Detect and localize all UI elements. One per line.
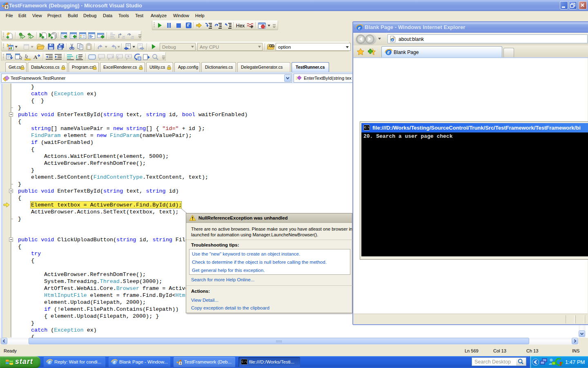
svg-text:C:\: C:\ bbox=[242, 360, 247, 364]
svg-text:e: e bbox=[113, 359, 115, 364]
svg-text:e: e bbox=[392, 38, 393, 42]
svg-text:9: 9 bbox=[179, 361, 181, 365]
svg-text:e: e bbox=[48, 359, 50, 364]
svg-text:e: e bbox=[387, 49, 390, 55]
svg-text:C:\: C:\ bbox=[364, 126, 370, 129]
svg-text:A: A bbox=[33, 54, 38, 60]
svg-text:9: 9 bbox=[5, 5, 7, 9]
